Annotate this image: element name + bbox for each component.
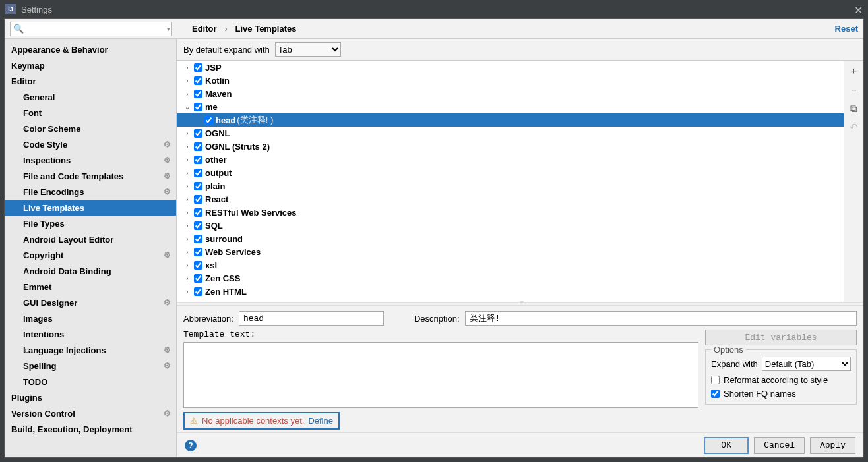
sidebar-item[interactable]: ›Color Scheme bbox=[5, 121, 176, 136]
template-group[interactable]: ›Kotlin bbox=[177, 74, 844, 87]
abbreviation-label: Abbreviation: bbox=[183, 314, 233, 324]
enable-checkbox[interactable] bbox=[194, 248, 202, 256]
enable-checkbox[interactable] bbox=[194, 235, 202, 243]
shorten-checkbox[interactable] bbox=[711, 390, 720, 398]
expand-row: By default expand with Tab bbox=[177, 39, 863, 60]
sidebar-item[interactable]: Keymap bbox=[5, 57, 176, 73]
template-group[interactable]: ›Maven bbox=[177, 87, 844, 100]
sidebar-item[interactable]: Plugins bbox=[5, 390, 176, 405]
sidebar-item[interactable]: Android Data Binding bbox=[5, 263, 176, 279]
remove-icon[interactable]: － bbox=[849, 84, 859, 96]
sidebar-item[interactable]: Images bbox=[5, 310, 176, 326]
define-link[interactable]: Define bbox=[308, 416, 333, 426]
enable-checkbox[interactable] bbox=[194, 287, 202, 296]
settings-window: 🔍 ▾ Editor › Live Templates Reset ›Appea… bbox=[4, 18, 864, 458]
sidebar-item[interactable]: ›Code Style⚙ bbox=[5, 136, 176, 152]
sidebar-item[interactable]: ›Copyright⚙ bbox=[5, 247, 176, 263]
copy-icon[interactable]: ⧉ bbox=[850, 103, 857, 115]
help-icon[interactable]: ? bbox=[185, 440, 197, 451]
gear-icon: ⚙ bbox=[164, 345, 171, 355]
sidebar-item[interactable]: ›Language Injections⚙ bbox=[5, 342, 176, 358]
sidebar-item[interactable]: Spelling⚙ bbox=[5, 358, 176, 374]
sidebar-item[interactable]: GUI Designer⚙ bbox=[5, 295, 176, 310]
template-text-input[interactable] bbox=[183, 342, 698, 408]
enable-checkbox[interactable] bbox=[194, 169, 202, 177]
template-group[interactable]: ›React bbox=[177, 192, 844, 206]
sidebar-item[interactable]: File and Code Templates⚙ bbox=[5, 168, 176, 184]
enable-checkbox[interactable] bbox=[194, 63, 202, 72]
sidebar-item[interactable]: ›Emmet bbox=[5, 279, 176, 295]
template-group[interactable]: ›SQL bbox=[177, 219, 844, 232]
enable-checkbox[interactable] bbox=[194, 208, 202, 217]
template-item[interactable]: head (类注释! ) bbox=[177, 113, 844, 127]
enable-checkbox[interactable] bbox=[194, 221, 202, 230]
cancel-button[interactable]: Cancel bbox=[754, 437, 805, 454]
enable-checkbox[interactable] bbox=[194, 90, 202, 98]
template-group[interactable]: ›plain bbox=[177, 179, 844, 192]
search-input[interactable] bbox=[10, 22, 172, 36]
enable-checkbox[interactable] bbox=[194, 274, 202, 283]
enable-checkbox[interactable] bbox=[194, 182, 202, 190]
sidebar-item[interactable]: Intentions bbox=[5, 326, 176, 342]
sidebar-item[interactable]: ›Appearance & Behavior bbox=[5, 42, 176, 57]
template-group[interactable]: ›Zen CSS bbox=[177, 272, 844, 285]
enable-checkbox[interactable] bbox=[194, 103, 202, 111]
sidebar-item[interactable]: ⌄Editor bbox=[5, 73, 176, 89]
tree-item-label: SQL bbox=[205, 221, 223, 231]
template-group[interactable]: ›output bbox=[177, 166, 844, 179]
template-group[interactable]: ›Zen HTML bbox=[177, 285, 844, 298]
template-group[interactable]: ›Web Services bbox=[177, 245, 844, 258]
template-group[interactable]: ›other bbox=[177, 153, 844, 166]
expand-with-label: Expand with bbox=[711, 359, 758, 369]
apply-button[interactable]: Apply bbox=[810, 437, 855, 454]
sidebar-item[interactable]: File Types bbox=[5, 216, 176, 231]
sidebar-item[interactable]: Font bbox=[5, 105, 176, 121]
tree-item-label: React bbox=[205, 194, 228, 204]
add-icon[interactable]: ＋ bbox=[849, 65, 859, 77]
template-group[interactable]: ›OGNL bbox=[177, 127, 844, 140]
search-dropdown-icon[interactable]: ▾ bbox=[167, 26, 170, 32]
abbreviation-input[interactable] bbox=[239, 311, 384, 326]
enable-checkbox[interactable] bbox=[204, 116, 213, 125]
sidebar-item[interactable]: Inspections⚙ bbox=[5, 152, 176, 168]
enable-checkbox[interactable] bbox=[194, 142, 202, 151]
sidebar-item-label: TODO bbox=[23, 377, 47, 387]
sidebar-item-label: Live Templates bbox=[23, 203, 84, 213]
sidebar-item-label: General bbox=[23, 92, 55, 102]
sidebar-item-label: Build, Execution, Deployment bbox=[11, 424, 132, 434]
sidebar-item[interactable]: ›Build, Execution, Deployment bbox=[5, 421, 176, 437]
sidebar-item[interactable]: TODO bbox=[5, 374, 176, 390]
expand-with-select[interactable]: Default (Tab) bbox=[762, 357, 851, 371]
enable-checkbox[interactable] bbox=[194, 129, 202, 138]
reset-link[interactable]: Reset bbox=[835, 24, 858, 34]
titlebar: IJ Settings ✕ bbox=[0, 0, 868, 18]
enable-checkbox[interactable] bbox=[194, 195, 202, 204]
sidebar-item[interactable]: Live Templates bbox=[5, 200, 176, 216]
template-group[interactable]: ›OGNL (Struts 2) bbox=[177, 140, 844, 153]
reformat-checkbox[interactable] bbox=[711, 376, 720, 384]
sidebar-item[interactable]: File Encodings⚙ bbox=[5, 184, 176, 200]
template-group[interactable]: ›JSP bbox=[177, 61, 844, 74]
template-group[interactable]: ⌄me bbox=[177, 100, 844, 113]
description-input[interactable] bbox=[465, 311, 857, 326]
template-group[interactable]: ›RESTful Web Services bbox=[177, 206, 844, 219]
expand-arrow-icon: › bbox=[24, 141, 26, 148]
close-icon[interactable]: ✕ bbox=[854, 4, 863, 16]
expand-select[interactable]: Tab bbox=[275, 42, 341, 57]
enable-checkbox[interactable] bbox=[194, 76, 202, 85]
sidebar-item[interactable]: ›Version Control⚙ bbox=[5, 405, 176, 421]
template-group[interactable]: ›xsl bbox=[177, 258, 844, 272]
sidebar-item-label: GUI Designer bbox=[23, 298, 77, 308]
template-row: Template text: ⚠ No applicable contexts … bbox=[183, 330, 857, 430]
sidebar-item[interactable]: Android Layout Editor bbox=[5, 231, 176, 247]
ok-button[interactable]: OK bbox=[704, 437, 749, 454]
editor-area: Abbreviation: Description: Template text… bbox=[177, 306, 863, 432]
expand-arrow-icon: ⌄ bbox=[183, 103, 191, 111]
template-group[interactable]: ›surround bbox=[177, 232, 844, 245]
enable-checkbox[interactable] bbox=[194, 156, 202, 164]
splitter[interactable] bbox=[177, 302, 863, 306]
sidebar-item[interactable]: ›General bbox=[5, 89, 176, 105]
enable-checkbox[interactable] bbox=[194, 261, 202, 270]
sidebar[interactable]: ›Appearance & BehaviorKeymap⌄Editor›Gene… bbox=[5, 39, 177, 457]
template-tree[interactable]: ›JSP›Kotlin›Maven⌄mehead (类注释! )›OGNL›OG… bbox=[177, 61, 844, 302]
